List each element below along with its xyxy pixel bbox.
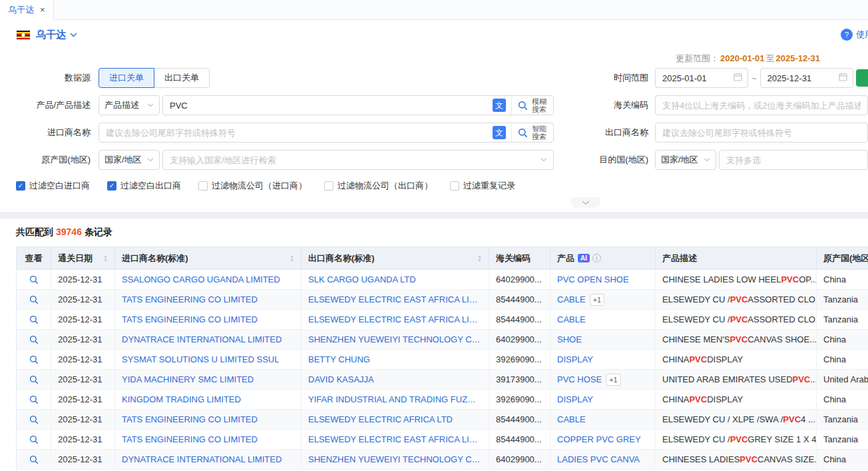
importer-link[interactable]: SYSMAT SOLUTIONS U LIMITED SSUL — [122, 354, 279, 364]
view-record-button[interactable] — [29, 395, 39, 404]
origin-country-select[interactable]: 国家/地区 — [99, 150, 160, 170]
exporter-link[interactable]: ELSEWEDY ELECTRIC AFRICA LTD — [308, 414, 453, 424]
product-link[interactable]: CABLE — [557, 314, 586, 324]
view-record-button[interactable] — [29, 455, 39, 464]
importer-link[interactable]: TATS ENGINEERING CO LIMITED — [122, 294, 258, 304]
product-field-select[interactable]: 产品描述 — [99, 95, 160, 115]
product-link[interactable]: DISPLAY — [557, 354, 593, 364]
importer-link[interactable]: TATS ENGINEERING CO LIMITED — [122, 314, 258, 324]
count-prefix: 共匹配到 — [16, 227, 53, 237]
product-link[interactable]: PVC HOSE — [557, 374, 602, 384]
sort-icon[interactable]: ▲▼ — [103, 254, 108, 262]
exporter-link[interactable]: YIFAR INDUSTRIAL AND TRADING FUZHOU... — [308, 394, 482, 404]
filter-checkbox-5[interactable]: 过滤重复记录 — [450, 180, 515, 192]
hs-code-cell: 64029900... — [489, 450, 550, 469]
origin-country-input[interactable] — [163, 151, 541, 169]
col-label: 海关编码 — [496, 252, 531, 264]
view-record-button[interactable] — [29, 315, 39, 324]
translate-icon[interactable]: 文 — [493, 99, 506, 112]
view-record-button[interactable] — [29, 415, 39, 424]
smart-search-button[interactable]: 智能搜索 — [511, 123, 553, 142]
end-date-input[interactable] — [760, 68, 853, 88]
start-date-value[interactable] — [661, 73, 730, 84]
view-record-button[interactable] — [29, 275, 39, 284]
importer-cell: DYNATRACE INTERNATIONAL LIMITED — [115, 450, 302, 469]
col-exporter[interactable]: 出口商名称(标准)▲▼ — [302, 247, 489, 269]
exporter-link[interactable]: SHENZHEN YUEWEIYI TECHNOLOGY CO LTD — [308, 454, 482, 464]
highlight-term: PVC — [730, 334, 748, 344]
importer-link[interactable]: TATS ENGINEERING CO LIMITED — [122, 434, 258, 444]
importer-link[interactable]: KINGDOM TRADING LIMITED — [122, 394, 241, 404]
chevron-down-icon[interactable] — [541, 158, 553, 162]
filter-checkbox-4[interactable]: 过滤物流公司（出口商） — [324, 180, 433, 192]
start-date-input[interactable] — [655, 68, 748, 88]
origin-cell: Tanzania — [817, 430, 868, 449]
fuzzy-search-button[interactable]: 模糊搜索 — [511, 96, 553, 115]
exporter-link[interactable]: SLK CARGO UGANDA LTD — [308, 274, 416, 284]
destination-country-input[interactable] — [719, 150, 868, 170]
product-link[interactable]: CABLE — [557, 294, 586, 304]
export-excel-button[interactable] — [856, 69, 868, 87]
checkbox-icon[interactable]: ✓ — [107, 181, 116, 191]
count-suffix: 条记录 — [85, 227, 112, 237]
product-link[interactable]: CABLE — [557, 414, 586, 424]
filter-checkbox-1[interactable]: ✓过滤空白进口商 — [16, 180, 90, 192]
checkbox-icon[interactable] — [450, 181, 459, 191]
importer-link[interactable]: DYNATRACE INTERNATIONAL LIMITED — [122, 454, 282, 464]
view-record-button[interactable] — [29, 355, 39, 364]
product-cell: DISPLAY — [550, 350, 656, 369]
info-icon[interactable]: i — [592, 254, 601, 262]
exporter-link[interactable]: SHENZHEN YUEWEIYI TECHNOLOGY CO LTD — [308, 334, 482, 344]
exporter-link[interactable]: ELSEWEDY ELECTRIC EAST AFRICA LIMTED — [308, 294, 482, 304]
view-record-button[interactable] — [29, 295, 39, 304]
col-date[interactable]: 通关日期▲▼ — [51, 247, 115, 269]
col-importer[interactable]: 进口商名称(标准)▲▼ — [115, 247, 302, 269]
checkbox-icon[interactable] — [324, 181, 333, 191]
view-record-button[interactable] — [29, 375, 39, 384]
chevron-down-icon — [582, 201, 590, 205]
product-link[interactable]: DISPLAY — [557, 394, 593, 404]
product-search-input[interactable] — [163, 96, 493, 115]
product-link[interactable]: PVC OPEN SHOE — [557, 274, 629, 284]
product-link[interactable]: LADIES PVC CANVA — [557, 454, 640, 464]
tab-uganda[interactable]: 乌干达 × — [0, 0, 54, 20]
filter-checkbox-2[interactable]: ✓过滤空白出口商 — [107, 180, 181, 192]
destination-country-select[interactable]: 国家/地区 — [655, 150, 716, 170]
exporter-link[interactable]: ELSEWEDY ELECTRIC EAST AFRICA LIMTED — [308, 434, 482, 444]
view-record-button[interactable] — [29, 335, 39, 344]
exporter-link[interactable]: ELSEWEDY ELECTRIC EAST AFRICA LIMTED — [308, 314, 482, 324]
filter-checkbox-3[interactable]: 过滤物流公司（进口商） — [198, 180, 307, 192]
table-row: 2025-12-31TATS ENGINEERING CO LIMITEDELS… — [17, 290, 868, 310]
exporter-link[interactable]: DAVID KASAJJA — [308, 374, 374, 384]
product-link[interactable]: COPPER PVC GREY — [557, 434, 641, 444]
exporter-name-input[interactable] — [655, 123, 868, 143]
tab-export-customs[interactable]: 出口关单 — [154, 68, 210, 88]
help-link[interactable]: ? 使用 — [841, 29, 868, 41]
hs-code-input[interactable] — [655, 95, 868, 115]
view-record-button[interactable] — [29, 435, 39, 444]
table-row: 2025-12-31SSALONGO CARGO UGANDA LIMITEDS… — [17, 270, 868, 290]
translate-icon[interactable]: 文 — [493, 126, 506, 139]
importer-link[interactable]: YIDA MACHINERY SMC LIMITED — [122, 374, 254, 384]
importer-name-input[interactable] — [99, 123, 493, 142]
sort-icon[interactable]: ▲▼ — [290, 254, 294, 262]
sort-icon[interactable]: ▲▼ — [477, 254, 482, 262]
importer-cell: SYSMAT SOLUTIONS U LIMITED SSUL — [115, 350, 302, 369]
importer-link[interactable]: TATS ENGINEERING CO LIMITED — [122, 414, 258, 424]
checkbox-icon[interactable]: ✓ — [16, 181, 25, 191]
highlight-term: PVC — [783, 414, 801, 424]
time-range-control: ~ — [655, 68, 868, 88]
importer-link[interactable]: SSALONGO CARGO UGANDA LIMITED — [122, 274, 280, 284]
tab-import-customs[interactable]: 进口关单 — [99, 68, 154, 88]
exporter-link[interactable]: BETTY CHUNG — [308, 354, 370, 364]
product-more-badge[interactable]: +1 — [606, 374, 621, 386]
country-chevron-down-icon[interactable] — [70, 33, 77, 37]
product-link[interactable]: SHOE — [557, 334, 582, 344]
product-more-badge[interactable]: +1 — [590, 294, 605, 306]
checkbox-icon[interactable] — [198, 181, 208, 191]
importer-link[interactable]: DYNATRACE INTERNATIONAL LIMITED — [122, 334, 282, 344]
view-cell — [17, 270, 51, 289]
tab-close-icon[interactable]: × — [40, 5, 45, 14]
end-date-value[interactable] — [766, 73, 835, 84]
collapse-filters-button[interactable] — [571, 197, 600, 208]
